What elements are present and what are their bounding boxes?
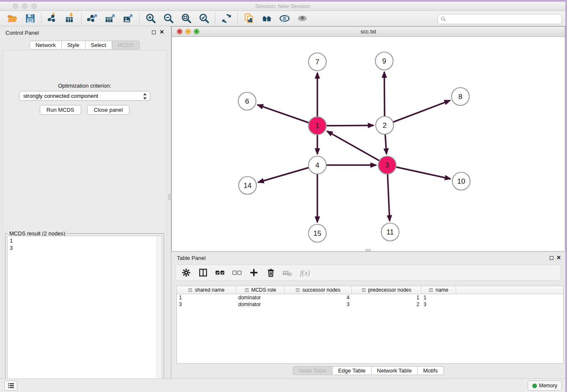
fx-icon[interactable]: f(x) (299, 267, 311, 278)
import-table-icon[interactable] (61, 12, 79, 25)
criterion-select[interactable]: strongly connected component (19, 91, 150, 101)
zoom-selected-icon[interactable] (195, 12, 213, 25)
node-table[interactable]: shared nameMCDS rolesuccessor nodesprede… (176, 286, 564, 364)
table-cell[interactable]: dominator (236, 294, 285, 301)
zoom-in-icon[interactable] (142, 12, 160, 25)
graph-node-label: 8 (458, 93, 462, 101)
network-window-titlebar[interactable]: ✕ − + scc.txt (172, 27, 565, 37)
float-panel-icon[interactable] (550, 256, 553, 260)
save-session-icon[interactable] (21, 12, 39, 25)
select-stepper-icon (142, 92, 148, 100)
export-network-icon[interactable] (84, 12, 102, 25)
table-cell[interactable]: 2 (352, 301, 421, 308)
zoom-out-icon[interactable] (160, 12, 177, 25)
column-header-shared-name[interactable]: shared name (177, 286, 236, 294)
eye-icon[interactable] (293, 12, 311, 25)
double-house-icon[interactable] (258, 12, 275, 25)
memory-button[interactable]: Memory (528, 381, 562, 391)
table-cell[interactable]: 1 (421, 294, 456, 301)
trash-icon[interactable] (265, 267, 277, 278)
task-list-icon (7, 382, 15, 389)
title-bar: Session: New Session (0, 2, 565, 11)
table-cell[interactable]: dominator (236, 301, 285, 308)
graph-edge-2-8[interactable] (385, 100, 450, 125)
column-header-successor-nodes[interactable]: successor nodes (285, 286, 352, 294)
graph-node-label: 15 (314, 229, 322, 237)
table-cell[interactable]: 3 (285, 301, 352, 308)
refresh-view-icon[interactable] (217, 12, 235, 25)
table-cell[interactable]: 3 (421, 301, 456, 308)
table-panel-tabs: Node TableEdge TableNetwork TableMotifs (171, 366, 565, 375)
check-pair-icon[interactable] (214, 267, 226, 278)
import-network-icon[interactable] (44, 12, 61, 25)
optimization-criterion-label: Optimization criterion: (3, 83, 166, 89)
toolbar-separator (81, 13, 82, 25)
tab-mcds[interactable]: MCDS (112, 41, 140, 50)
table-cell[interactable]: 1 (352, 294, 421, 301)
close-panel-button[interactable]: Close panel (87, 105, 130, 115)
toolbar-separator (41, 13, 41, 25)
table-row[interactable]: 3dominator323 (177, 301, 563, 308)
column-header-name[interactable]: name (421, 286, 456, 294)
task-history-button[interactable] (4, 381, 17, 391)
eye-slash-icon[interactable] (275, 12, 293, 25)
copy-documents-icon[interactable] (240, 12, 258, 25)
close-panel-icon[interactable]: ✕ (556, 254, 561, 261)
table-toolbar: f(x) (176, 265, 561, 281)
tab-network-table[interactable]: Network Table (371, 366, 418, 375)
column-header-predecessor-nodes[interactable]: predecessor nodes (352, 286, 421, 294)
graph-node-label: 1 (315, 122, 319, 130)
gear-icon[interactable] (180, 267, 192, 278)
mcds-panel: Optimization criterion: strongly connect… (3, 50, 167, 392)
graph-node-label: 7 (315, 58, 319, 66)
graph-edge-3-10[interactable] (387, 165, 451, 179)
network-view-window: ✕ − + scc.txt 7968124314101511 (171, 26, 565, 251)
toolbar-separator (237, 13, 238, 25)
graph-edge-3-1[interactable] (327, 131, 387, 165)
tab-network[interactable]: Network (30, 41, 62, 50)
window-title: Session: New Session (0, 3, 565, 9)
export-image-icon[interactable] (119, 12, 137, 25)
graph-node-label: 6 (245, 97, 249, 105)
vertical-splitter-handle[interactable] (168, 194, 171, 200)
float-panel-icon[interactable] (152, 30, 156, 34)
status-bar: Memory (0, 378, 565, 392)
table-row[interactable]: 1dominator411 (177, 294, 563, 301)
run-mcds-button[interactable]: Run MCDS (40, 105, 81, 115)
column-header-MCDS-role[interactable]: MCDS role (236, 286, 285, 294)
graph-node-label: 2 (383, 121, 386, 130)
close-panel-icon[interactable]: ✕ (160, 29, 164, 35)
tab-select[interactable]: Select (85, 41, 112, 50)
open-file-icon[interactable] (3, 12, 21, 25)
network-graph[interactable]: 7968124314101511 (172, 37, 565, 251)
graph-edge-1-6[interactable] (258, 105, 317, 126)
toolbar-separator (139, 13, 140, 25)
table-body: 1dominator4113dominator323 (177, 294, 563, 308)
tab-edge-table[interactable]: Edge Table (332, 366, 372, 375)
export-table-icon[interactable] (102, 12, 119, 25)
network-canvas[interactable]: 7968124314101511 (172, 37, 565, 251)
zoom-fit-icon[interactable] (177, 12, 195, 25)
graph-node-label: 3 (385, 161, 389, 169)
table-delete-icon[interactable] (282, 267, 294, 278)
table-cell[interactable]: 1 (177, 294, 236, 301)
mcds-result-text[interactable]: 13 (7, 236, 162, 392)
memory-label: Memory (539, 383, 557, 389)
search-box[interactable] (438, 14, 562, 24)
application-window: Session: New Session Control Panel ✕ Net… (0, 0, 567, 392)
graph-node-label: 14 (244, 182, 252, 190)
table-cell[interactable]: 3 (177, 301, 236, 308)
result-scrollbar[interactable] (157, 236, 162, 392)
search-input[interactable] (448, 16, 559, 22)
split-columns-icon[interactable] (197, 267, 209, 278)
tab-node-table[interactable]: Node Table (293, 366, 333, 375)
plus-icon[interactable] (248, 267, 260, 278)
tab-motifs[interactable]: Motifs (417, 366, 444, 375)
memory-status-icon (532, 384, 537, 388)
tab-style[interactable]: Style (61, 41, 85, 50)
graph-node-label: 10 (457, 177, 465, 185)
table-cell[interactable]: 4 (285, 294, 352, 301)
uncheck-pair-icon[interactable] (231, 267, 243, 278)
table-header-row: shared nameMCDS rolesuccessor nodesprede… (177, 286, 563, 294)
result-line: 3 (10, 244, 162, 251)
